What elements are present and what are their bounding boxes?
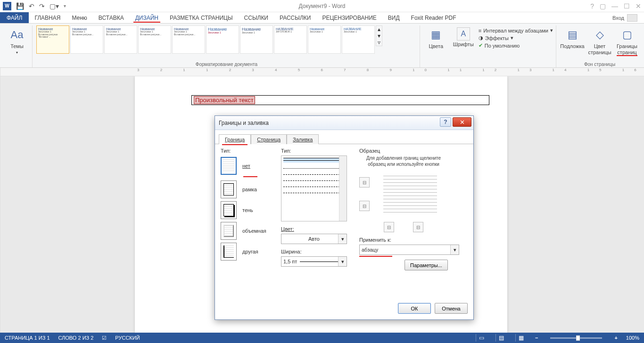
dialog-tab-shading[interactable]: Заливка — [287, 134, 319, 144]
avatar-icon — [627, 14, 637, 22]
effects-icon: ◑ — [479, 35, 483, 41]
setting-shadow[interactable]: тень — [221, 200, 273, 220]
preview-canvas[interactable] — [380, 173, 441, 218]
status-language[interactable]: РУССКИЙ — [115, 335, 140, 341]
ribbon: Aa Темы▾ НазваниеЗаголовок 1Вставляя рис… — [0, 24, 644, 68]
gallery-expand-icon[interactable]: ▿ — [376, 39, 382, 46]
view-web-icon[interactable]: ▦ — [515, 334, 527, 342]
color-combo[interactable]: Авто▾ — [281, 234, 347, 244]
spacing-icon: ≡ — [479, 28, 481, 33]
paragraph-spacing-button[interactable]: ≡Интервал между абзацами ▾ — [479, 27, 553, 33]
zoom-out-icon[interactable]: − — [535, 335, 538, 341]
status-page[interactable]: СТРАНИЦА 1 ИЗ 1 — [5, 335, 50, 341]
group-label-formatting: Форматирование документа — [36, 62, 417, 68]
themes-button[interactable]: Aa Темы▾ — [5, 25, 29, 55]
style-label: Тип: — [281, 148, 352, 154]
zoom-slider[interactable] — [550, 337, 602, 339]
tab-mailings[interactable]: РАССЫЛКИ — [274, 12, 316, 23]
document-formatting-gallery[interactable]: НазваниеЗаголовок 1Вставляя рисунок "Вст… — [36, 25, 417, 62]
gallery-item[interactable]: НазваниеЗаголовок 1Вставляя рисунок... — [70, 25, 103, 54]
undo-icon[interactable]: ↶ — [29, 2, 34, 10]
gallery-item[interactable]: НазваниеЗаголовок 1 — [206, 25, 239, 54]
preview-label: Образец — [359, 148, 448, 154]
zoom-thumb[interactable] — [576, 335, 580, 341]
setting-custom[interactable]: другая — [221, 241, 273, 262]
colors-icon: ▦ — [429, 27, 444, 42]
new-doc-icon[interactable]: ▢▾ — [50, 2, 59, 10]
set-default-button[interactable]: ✔По умолчанию — [479, 42, 553, 49]
tab-view[interactable]: ВИД — [382, 12, 405, 23]
gallery-scroll-up-icon[interactable]: ▴ — [376, 26, 382, 33]
dialog-title: Границы и заливка — [219, 120, 269, 126]
setting-none[interactable]: нет — [221, 155, 273, 176]
gallery-item[interactable]: НАЗВАНИЕЗаголовок 1 — [342, 25, 375, 54]
dialog-tab-border[interactable]: Граница — [219, 134, 251, 144]
ok-button[interactable]: ОК — [398, 303, 431, 314]
watermark-button[interactable]: ▤Подложка — [560, 25, 585, 49]
window-controls: ? ▢ — ☐ ✕ — [590, 2, 641, 10]
setting-type-label: Тип: — [221, 148, 273, 154]
redo-icon[interactable]: ↷ — [39, 2, 45, 10]
gallery-item[interactable]: НазваниеЗаголовок 1Вставляя рисунок... — [104, 25, 137, 54]
gallery-item[interactable]: НазваниеЗаголовок 1 — [308, 25, 341, 54]
tab-review[interactable]: РЕЦЕНЗИРОВАНИЕ — [316, 12, 382, 23]
selected-text[interactable]: Произвольный текст — [194, 96, 255, 104]
tab-design[interactable]: ДИЗАЙН — [130, 12, 164, 23]
color-label: Цвет: — [281, 226, 352, 232]
status-bar: СТРАНИЦА 1 ИЗ 1 СЛОВО 2 ИЗ 2 ☑ РУССКИЙ ▭… — [0, 333, 644, 343]
help-icon[interactable]: ? — [590, 2, 594, 10]
page-borders-button[interactable]: ▢Границы страниц — [615, 25, 639, 56]
width-combo[interactable]: 1,5 пт▾ — [281, 256, 347, 267]
dialog-tab-page[interactable]: Страница — [251, 134, 287, 144]
minimize-icon[interactable]: — — [611, 2, 618, 10]
close-icon[interactable]: ✕ — [636, 2, 641, 10]
ribbon-display-icon[interactable]: ▢ — [600, 2, 606, 10]
zoom-level[interactable]: 100% — [626, 335, 639, 341]
gallery-scroll-down-icon[interactable]: ▾ — [376, 33, 382, 39]
gallery-item[interactable]: НазваниеЗаголовок 1Вставляя рисунок "Вст… — [36, 25, 69, 54]
apply-to-label: Применить к: — [359, 237, 448, 243]
horizontal-ruler: 3 2 1 1 2 3 4 5 6 7 8 9 10 11 12 13 14 1… — [0, 68, 644, 76]
zoom-in-icon[interactable]: + — [614, 335, 617, 341]
file-tab[interactable]: ФАЙЛ — [0, 12, 29, 23]
qat-customize-icon[interactable]: ▾ — [64, 3, 66, 8]
border-top-toggle[interactable]: ⊟ — [359, 177, 370, 188]
setting-3d[interactable]: объемная — [221, 220, 273, 241]
gallery-item[interactable]: НазваниеЗаголовок 1Вставляя рисунок... — [138, 25, 171, 54]
gallery-item[interactable]: НАЗВАНИЕЗАГОЛОВОК 1 — [274, 25, 307, 54]
tab-foxit[interactable]: Foxit Reader PDF — [405, 12, 462, 23]
tab-home[interactable]: ГЛАВНАЯ — [29, 12, 66, 23]
tab-references[interactable]: ССЫЛКИ — [239, 12, 274, 23]
tab-page-layout[interactable]: РАЗМЕТКА СТРАНИЦЫ — [164, 12, 239, 23]
themes-icon: Aa — [9, 27, 25, 42]
save-icon[interactable]: 💾 — [16, 2, 24, 10]
status-words[interactable]: СЛОВО 2 ИЗ 2 — [58, 335, 94, 341]
line-style-list[interactable] — [281, 155, 347, 221]
dialog-title-bar[interactable]: Границы и заливка ? ✕ — [215, 116, 473, 130]
group-label-page-bg: Фон страницы — [560, 62, 639, 68]
scrollbar[interactable] — [339, 156, 347, 221]
fonts-button[interactable]: AШрифты — [451, 25, 476, 48]
proofing-icon[interactable]: ☑ — [102, 335, 107, 341]
tab-insert[interactable]: ВСТАВКА — [93, 12, 130, 23]
maximize-icon[interactable]: ☐ — [624, 2, 630, 10]
paragraph-with-border[interactable]: Произвольный текст — [191, 95, 489, 105]
dialog-help-icon[interactable]: ? — [440, 117, 451, 127]
options-button[interactable]: Параметры... — [405, 260, 448, 270]
border-bottom-toggle[interactable]: ⊟ — [359, 201, 370, 211]
border-right-toggle[interactable]: ⊟ — [413, 222, 423, 232]
gallery-item[interactable]: НазваниеЗаголовок 1Вставляя рисунок... — [172, 25, 205, 54]
colors-button[interactable]: ▦Цвета — [424, 25, 448, 49]
view-read-icon[interactable]: ▭ — [476, 334, 487, 342]
gallery-item[interactable]: НазваниеЗаголовок 1 — [240, 25, 273, 54]
sign-in-button[interactable]: Вход — [606, 12, 644, 23]
apply-to-combo[interactable]: абзацу▾ — [359, 245, 459, 255]
cancel-button[interactable]: Отмена — [435, 303, 468, 314]
view-print-icon[interactable]: ▤ — [495, 334, 507, 342]
effects-button[interactable]: ◑Эффекты ▾ — [479, 35, 553, 41]
setting-box[interactable]: рамка — [221, 179, 273, 200]
dialog-close-icon[interactable]: ✕ — [453, 117, 471, 127]
tab-menu[interactable]: Меню — [66, 12, 92, 23]
page-color-button[interactable]: ◇Цвет страницы — [587, 25, 612, 55]
chevron-down-icon: ▾ — [338, 257, 347, 266]
